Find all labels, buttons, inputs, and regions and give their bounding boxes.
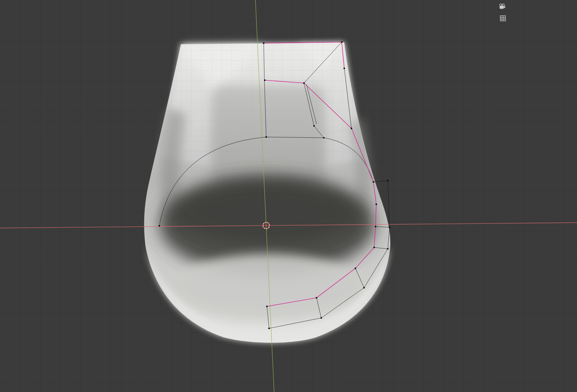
- blender-3d-viewport[interactable]: [0, 0, 577, 392]
- 3d-cursor-center-dot: [265, 225, 267, 226]
- ring-hole-shadow-core: [173, 181, 361, 245]
- ring-inner-bottom-surface: [172, 254, 363, 320]
